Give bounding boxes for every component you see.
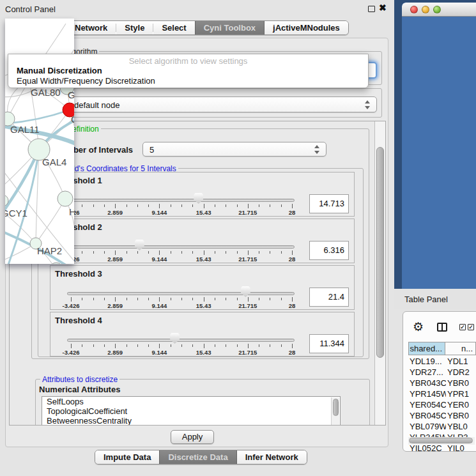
cell-name: YPR1	[446, 388, 469, 399]
slider-tick	[148, 344, 149, 347]
slider-tick	[270, 344, 270, 347]
column-header[interactable]: n...	[445, 342, 476, 355]
tab-select[interactable]: Select	[153, 21, 194, 35]
slider-tick-label: 28	[277, 349, 307, 356]
column-header[interactable]: shared...	[408, 342, 445, 355]
dropdown-option[interactable]: Manual Discretization	[8, 66, 368, 76]
num-intervals-combobox[interactable]: 5	[142, 142, 326, 157]
window-titlebar[interactable]	[402, 3, 476, 17]
dropdown-placeholder: Select algorithm to view settings	[8, 54, 368, 66]
slider-tick	[82, 344, 82, 347]
table-row[interactable]: YDL19...YDL1	[408, 356, 476, 367]
network-node[interactable]	[58, 191, 73, 206]
slider-tick	[237, 298, 238, 300]
tab-jactivemnodules[interactable]: jActiveMNodules	[265, 21, 348, 35]
tab-style[interactable]: Style	[116, 21, 153, 35]
table-row[interactable]: YDR27...YDR2	[408, 367, 476, 378]
table-hscrollbar[interactable]	[408, 437, 475, 445]
slider-tick	[248, 297, 249, 302]
slider-tick	[171, 298, 171, 300]
network-node-label: GAL11	[10, 124, 40, 135]
slider-tick-label: 9.144	[144, 349, 174, 356]
attribute-list-item[interactable]: TopologicalCoefficient	[42, 406, 340, 416]
threshold-value-field[interactable]: 11.344	[309, 334, 349, 353]
tab-discretize-data[interactable]: Discretize Data	[159, 450, 236, 464]
slider-tick	[82, 298, 82, 300]
main-scrollbar[interactable]	[374, 121, 385, 425]
slider-tick-label: 2.859	[100, 256, 130, 263]
slider-tick	[248, 250, 249, 255]
minimize-traffic-light-icon[interactable]	[422, 6, 429, 13]
algorithm-dropdown-popup: Select algorithm to view settings Manual…	[8, 54, 369, 88]
table-row[interactable]: YBR043CYBR0	[408, 378, 476, 388]
threshold-value-field[interactable]: 6.316	[309, 241, 349, 260]
attribute-list-item[interactable]: SelfLoops	[42, 397, 340, 406]
slider-thumb[interactable]	[170, 333, 180, 344]
slider-tick	[171, 204, 171, 207]
cell-shared-name: YDL19...	[408, 356, 446, 367]
slider-tick	[137, 204, 138, 207]
column-checkbox-icon[interactable]: ✓	[468, 324, 474, 330]
slider-tick	[292, 344, 293, 348]
slider-tick-label: 2.859	[100, 349, 130, 356]
tab-infer-network[interactable]: Infer Network	[237, 450, 307, 464]
list-scrollbar[interactable]	[331, 397, 339, 426]
screen: Control Panel ✖ NetworkStyleSelectCyni T…	[0, 0, 476, 476]
slider-tick	[237, 344, 238, 347]
slider-tick-label: 2.859	[100, 209, 130, 216]
gear-icon[interactable]: ⚙	[413, 319, 424, 334]
table-row[interactable]: YBR045CYBR0	[408, 410, 476, 421]
tab-label: Network	[75, 21, 107, 35]
attribute-list-item[interactable]: BetweennessCentrality	[42, 416, 340, 426]
mac-window-frame	[402, 3, 476, 289]
numerical-attributes-list[interactable]: SelfLoopsTopologicalCoefficientBetweenne…	[42, 396, 341, 426]
table-row[interactable]: YBL079WYBL0	[408, 421, 476, 432]
slider-tick	[93, 251, 94, 254]
slider-tick	[192, 298, 193, 300]
slider-tick-label: -3.426	[56, 349, 86, 356]
threshold-value-field[interactable]: 14.713	[309, 194, 349, 213]
slider-tick	[248, 344, 249, 348]
split-columns-icon[interactable]	[437, 323, 447, 332]
slider-tick-label: 21.715	[233, 256, 263, 263]
slider-track[interactable]	[67, 339, 295, 342]
threshold-value-field[interactable]: 21.4	[309, 288, 349, 307]
slider-track[interactable]	[67, 199, 295, 202]
cell-name: YBR0	[446, 378, 469, 388]
slider-tick	[281, 204, 282, 207]
slider-thumb[interactable]	[135, 240, 144, 250]
network-edge-highlighted	[5, 110, 70, 124]
zoom-traffic-light-icon[interactable]	[433, 6, 441, 13]
tab-cyni-toolbox[interactable]: Cyni Toolbox	[195, 21, 265, 35]
column-checkbox-icon[interactable]: ✓	[459, 324, 466, 330]
slider-tick	[159, 297, 160, 302]
float-window-icon[interactable]	[368, 6, 375, 12]
table-row[interactable]: YPR145WYPR1	[408, 388, 476, 399]
threshold-panel: Threshold 2-3.4262.8599.14415.4321.71528…	[50, 219, 355, 263]
slider-tick-label: 21.715	[233, 209, 263, 216]
slider-tick	[115, 204, 116, 208]
slider-tick	[137, 344, 138, 347]
apply-button[interactable]: Apply	[171, 430, 214, 444]
slider-tick-label: 15.43	[189, 209, 219, 216]
tab-label: jActiveMNodules	[273, 21, 340, 35]
tab-impute-data[interactable]: Impute Data	[95, 450, 159, 464]
slider-tick	[259, 298, 259, 300]
threshold-panel: Threshold 3-3.4262.8599.14415.4321.71528…	[50, 265, 355, 310]
table-row[interactable]: YER054CYER0	[408, 399, 476, 410]
close-traffic-light-icon[interactable]	[410, 6, 418, 13]
network-window	[394, 0, 476, 289]
slider-track[interactable]	[67, 245, 295, 249]
slider-tick	[127, 344, 127, 347]
slider-tick	[71, 344, 72, 348]
slider-thumb[interactable]	[194, 193, 203, 204]
slider-tick	[270, 298, 270, 300]
slider-track[interactable]	[67, 292, 295, 295]
slider-tick	[115, 250, 116, 255]
slider-tick	[148, 298, 149, 300]
network-node-label: GCY1	[5, 208, 27, 219]
close-icon[interactable]: ✖	[379, 3, 387, 13]
slider-tick-label: 28	[277, 256, 307, 263]
slider-thumb[interactable]	[241, 286, 250, 297]
dropdown-option[interactable]: Equal Width/Frequency Discretization	[8, 76, 368, 86]
